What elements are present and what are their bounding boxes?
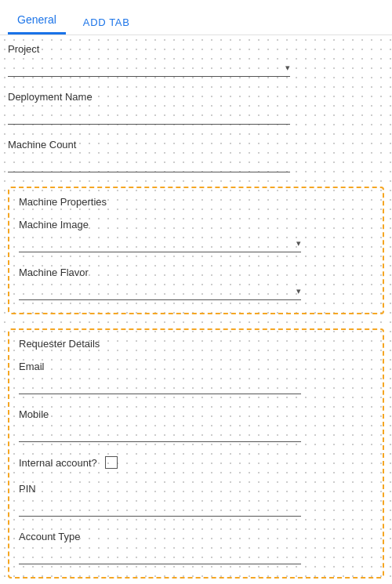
- project-label: Project: [8, 43, 384, 55]
- mobile-field: Mobile: [19, 408, 373, 442]
- pin-label: PIN: [19, 483, 373, 495]
- requester-details-title: Requester Details: [19, 338, 373, 350]
- project-select[interactable]: [8, 58, 290, 77]
- project-field: Project ▾: [8, 43, 384, 77]
- machine-properties-group: Machine Properties Machine Image ▾ Machi…: [8, 187, 384, 314]
- email-field: Email: [19, 361, 373, 394]
- mobile-label: Mobile: [19, 408, 373, 420]
- machine-count-input[interactable]: [8, 154, 290, 172]
- internal-account-field: Internal account?: [19, 456, 373, 469]
- internal-account-label: Internal account?: [19, 457, 97, 469]
- email-input[interactable]: [19, 375, 301, 394]
- project-select-wrapper: ▾: [8, 58, 290, 77]
- deployment-name-label: Deployment Name: [8, 91, 384, 103]
- internal-account-wrapper: Internal account?: [19, 456, 373, 469]
- requester-details-group: Requester Details Email Mobile Internal …: [8, 328, 384, 579]
- tab-add[interactable]: ADD TAB: [74, 10, 140, 34]
- internal-account-checkbox[interactable]: [105, 456, 118, 469]
- machine-image-select-wrapper: ▾: [19, 234, 301, 252]
- account-type-field: Account Type: [19, 531, 373, 564]
- machine-image-label: Machine Image: [19, 219, 373, 230]
- machine-flavor-select-wrapper: ▾: [19, 281, 301, 300]
- account-type-label: Account Type: [19, 531, 373, 542]
- deployment-name-field: Deployment Name: [8, 91, 384, 125]
- mobile-input[interactable]: [19, 423, 301, 442]
- machine-flavor-label: Machine Flavor: [19, 267, 373, 278]
- machine-flavor-select[interactable]: [19, 281, 301, 300]
- deployment-name-input[interactable]: [8, 106, 290, 125]
- page-container: General ADD TAB Project ▾ Deployment Nam…: [0, 0, 392, 584]
- tab-general[interactable]: General: [8, 7, 66, 34]
- machine-count-field: Machine Count: [8, 139, 384, 172]
- pin-input[interactable]: [19, 498, 301, 517]
- machine-count-label: Machine Count: [8, 139, 384, 151]
- tabs-bar: General ADD TAB: [0, 0, 392, 35]
- machine-image-select[interactable]: [19, 234, 301, 252]
- machine-flavor-field: Machine Flavor ▾: [19, 267, 373, 300]
- machine-properties-title: Machine Properties: [19, 196, 373, 208]
- machine-image-field: Machine Image ▾: [19, 219, 373, 252]
- account-type-input[interactable]: [19, 546, 301, 564]
- email-label: Email: [19, 361, 373, 372]
- form-area: Project ▾ Deployment Name Machine Count …: [0, 35, 392, 584]
- pin-field: PIN: [19, 483, 373, 517]
